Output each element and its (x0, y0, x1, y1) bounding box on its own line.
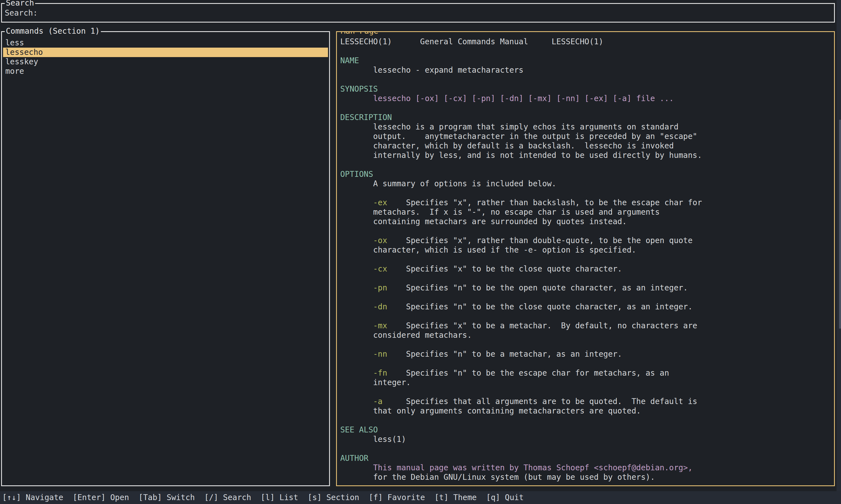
man-page-line: lessecho is a program that simply echos … (340, 122, 834, 132)
man-page-line: -dn Specifies "n" to be the close quote … (340, 302, 834, 311)
man-page-panel[interactable]: Man Page LESSECHO(1) General Commands Ma… (336, 31, 835, 486)
commands-list: lesslessecholesskeymore (2, 32, 329, 76)
shortcut-favorite[interactable]: [f] Favorite (369, 493, 425, 502)
man-page-line: A summary of options is included below. (340, 179, 834, 188)
man-page-line: that only arguments containing metachara… (340, 406, 834, 416)
search-panel-title: Search (5, 0, 35, 8)
commands-panel-title: Commands (Section 1) (5, 26, 101, 36)
man-page-line: output. anytmetacharacter in the output … (340, 132, 834, 141)
man-page-line: -ox Specifies "x", rather than double-qu… (340, 236, 834, 245)
man-page-line (340, 274, 834, 283)
commands-panel: Commands (Section 1) lesslessecholesskey… (1, 31, 330, 486)
man-page-panel-title: Man Page (340, 31, 380, 36)
man-page-line: This manual page was written by Thomas S… (340, 463, 834, 472)
man-page-line: lessecho [-ox] [-cx] [-pn] [-dn] [-mx] [… (340, 94, 834, 103)
man-page-line: -mx Specifies "x" to be a metachar. By d… (340, 321, 834, 330)
man-page-line: character, which is used if the -e- opti… (340, 245, 834, 255)
man-page-line: SYNOPSIS (340, 84, 834, 94)
shortcut-theme[interactable]: [t] Theme (435, 493, 477, 502)
shortcut-list[interactable]: [l] List (261, 493, 298, 502)
man-page-line: for the Debian GNU/Linux system (but may… (340, 472, 834, 482)
man-page-line: internally by less, and is not intended … (340, 151, 834, 160)
command-list-item[interactable]: lesskey (3, 57, 328, 67)
scrollbar-track[interactable] (837, 0, 841, 504)
man-page-line (340, 188, 834, 198)
man-page-line (340, 359, 834, 368)
man-page-line (340, 47, 834, 56)
man-page-line: considered metachars. (340, 330, 834, 340)
search-input[interactable] (38, 4, 834, 22)
man-page-line: metachars. If x is "-", no escape char i… (340, 208, 834, 217)
man-page-line: -ex Specifies "x", rather than backslash… (340, 198, 834, 208)
man-page-line (340, 255, 834, 264)
status-bar: [↑↓] Navigate [Enter] Open [Tab] Switch … (0, 491, 841, 504)
command-list-item[interactable]: lessecho (3, 48, 328, 57)
man-page-line: -nn Specifies "n" to be a metachar, as a… (340, 349, 834, 359)
man-page-line (340, 103, 834, 113)
shortcut-search[interactable]: [/] Search (204, 493, 251, 502)
command-list-item[interactable]: less (3, 38, 328, 48)
man-page-content: LESSECHO(1) General Commands Manual LESS… (337, 32, 834, 482)
search-prompt-label: Search: (5, 8, 38, 18)
shortcut-section[interactable]: [s] Section (308, 493, 359, 502)
man-page-line: LESSECHO(1) General Commands Manual LESS… (340, 37, 834, 47)
command-list-item[interactable]: more (3, 67, 328, 76)
man-page-line (340, 293, 834, 302)
man-page-line: DESCRIPTION (340, 113, 834, 122)
shortcut-navigate[interactable]: [↑↓] Navigate (2, 493, 63, 502)
man-page-line: lessecho - expand metacharacters (340, 66, 834, 75)
man-page-line (340, 416, 834, 425)
man-page-line (340, 311, 834, 321)
man-page-line (340, 75, 834, 84)
man-page-line: -pn Specifies "n" to be the open quote c… (340, 283, 834, 293)
man-page-line: SEE ALSO (340, 425, 834, 435)
man-page-line: less(1) (340, 435, 834, 444)
man-page-line: character, which by default is a backsla… (340, 141, 834, 151)
shortcut-open[interactable]: [Enter] Open (73, 493, 129, 502)
scrollbar-thumb[interactable] (839, 120, 841, 328)
man-page-line (340, 160, 834, 169)
man-page-line: -fn Specifies "n" to be the escape char … (340, 368, 834, 378)
shortcut-switch[interactable]: [Tab] Switch (139, 493, 195, 502)
man-page-line: -cx Specifies "x" to be the close quote … (340, 264, 834, 274)
man-page-line: OPTIONS (340, 169, 834, 179)
man-page-line (340, 227, 834, 236)
man-page-line: containing metachars are surrounded by q… (340, 217, 834, 227)
search-panel[interactable]: Search Search: (1, 3, 835, 22)
man-page-line (340, 387, 834, 397)
man-page-line: NAME (340, 56, 834, 66)
man-page-line (340, 444, 834, 454)
shortcut-quit[interactable]: [q] Quit (486, 493, 524, 502)
man-page-line: -a Specifies that all arguments are to b… (340, 397, 834, 406)
man-page-line (340, 340, 834, 349)
man-page-line: integer. (340, 378, 834, 387)
man-page-line: AUTHOR (340, 454, 834, 463)
